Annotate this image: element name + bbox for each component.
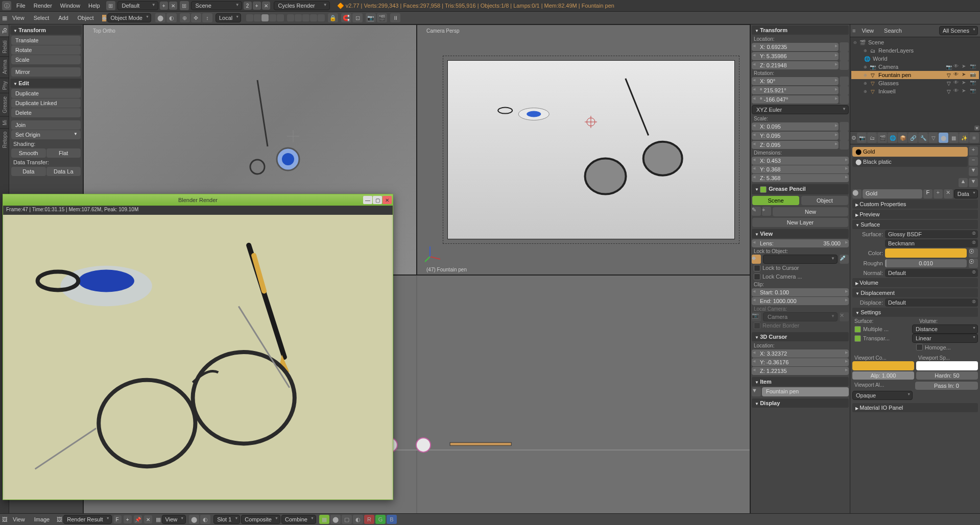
render-window-titlebar[interactable]: Blender Render — ▢ ✕	[3, 194, 393, 206]
preview-header[interactable]: Preview	[852, 210, 978, 219]
view-mode-dropdown[interactable]: View	[162, 515, 186, 524]
eyedropper-icon[interactable]: 💉	[840, 255, 849, 264]
screen-layout-dropdown[interactable]: Default	[117, 1, 158, 10]
menu-render[interactable]: Render	[30, 3, 56, 9]
image-pin-button[interactable]: 📌	[134, 515, 142, 523]
display-channel-icon[interactable]: ⬤	[189, 515, 199, 524]
uv-icon[interactable]: ▦	[156, 516, 161, 523]
transform-panel-header[interactable]: Transform	[10, 26, 82, 35]
data-layout-button[interactable]: Data La	[46, 167, 81, 176]
mode-dropdown[interactable]: Object Mode	[107, 13, 151, 22]
lock-cursor-checkbox[interactable]	[754, 265, 760, 271]
pass-dropdown[interactable]: Combine	[281, 515, 316, 524]
render-result-image[interactable]	[3, 215, 393, 499]
material-slot-black[interactable]: ⬤ Black platic	[852, 157, 968, 167]
distribution-dropdown[interactable]: Beckmann	[885, 239, 978, 247]
join-button[interactable]: Join	[11, 120, 81, 130]
tree-fountain-pen[interactable]: ⊕▽Fountain pen▽👁➤📷	[851, 71, 979, 79]
menu-help[interactable]: Help	[84, 3, 104, 9]
tab-physics[interactable]: Phy	[0, 78, 9, 93]
displacement-header[interactable]: Displacement	[852, 288, 978, 297]
gp-object-button[interactable]: Object	[801, 196, 848, 205]
layer-button[interactable]	[269, 14, 276, 21]
layer-button[interactable]	[318, 14, 325, 21]
scene-add-button[interactable]: +	[253, 2, 261, 10]
rotate-button[interactable]: Rotate	[11, 45, 81, 55]
pass-index-field[interactable]: Pass In: 0	[915, 382, 978, 390]
transparent-shadows-checkbox[interactable]	[854, 335, 861, 342]
dim-z-field[interactable]: Z: 5.368	[752, 174, 849, 182]
surface-shader-dropdown[interactable]: Glossy BSDF	[885, 230, 978, 238]
material-name-field[interactable]: Gold	[863, 189, 922, 198]
render-opengl-anim-icon[interactable]: 🎬	[377, 13, 387, 22]
rotation-y-field[interactable]: ° 215.921°	[752, 86, 839, 94]
snap-type-icon[interactable]: ⊡	[352, 13, 363, 22]
dim-y-field[interactable]: Y: 0.368	[752, 165, 849, 173]
maximize-button[interactable]: ▢	[373, 196, 382, 204]
scale-y-field[interactable]: Y: 0.095	[752, 132, 839, 140]
layer-button[interactable]	[310, 14, 317, 21]
viewport-camera-persp[interactable]: Camera Persp (47) Fou	[417, 24, 750, 275]
rotation-z-field[interactable]: ° -166.047°	[752, 95, 839, 104]
tab-misc[interactable]: Mi	[0, 116, 9, 129]
move-down-button[interactable]: ▼	[969, 178, 978, 187]
move-up-button[interactable]: ▲	[959, 178, 968, 187]
tab-tools[interactable]: To	[0, 24, 9, 37]
viewport-color-swatch[interactable]	[852, 361, 914, 370]
material-menu-button[interactable]: ▼	[969, 167, 978, 176]
outliner-view-menu[interactable]: View	[857, 28, 878, 34]
gp-scene-button[interactable]: Scene	[752, 196, 799, 205]
lock-icon[interactable]	[840, 52, 849, 61]
add-new-button[interactable]: +	[934, 189, 943, 198]
layer-button[interactable]	[254, 14, 261, 21]
manipulator-icon[interactable]: ✥	[191, 13, 201, 22]
alpha-slider[interactable]: Alp: 1.000	[852, 371, 914, 380]
editor-type-icon[interactable]: ▦	[2, 15, 7, 21]
object-menu[interactable]: Object	[74, 15, 98, 21]
scroll-down-icon[interactable]: ▼	[974, 126, 979, 131]
pivot-icon[interactable]: ⊕	[180, 13, 190, 22]
add-material-button[interactable]: +	[969, 146, 978, 156]
image-menu[interactable]: Image	[30, 516, 54, 522]
gp-add-icon[interactable]: +	[762, 207, 771, 216]
cursor-y-field[interactable]: Y: -0.36176	[752, 358, 849, 366]
edit-panel-header[interactable]: Edit	[10, 79, 82, 88]
shading-material-icon[interactable]: ◐	[166, 13, 177, 22]
tree-inkwell[interactable]: ⊕▽Inkwell▽👁➤📷	[851, 87, 979, 95]
blend-mode-dropdown[interactable]: Opaque	[852, 391, 913, 400]
tab-world[interactable]: 🌐	[888, 133, 897, 143]
tab-particles[interactable]: ✨	[959, 133, 969, 143]
layer-dropdown[interactable]: Composite	[241, 515, 280, 524]
surface-header[interactable]: Surface	[852, 220, 978, 229]
layer-button[interactable]	[277, 14, 284, 21]
grease-pencil-header[interactable]: Grease Pencil	[752, 184, 849, 194]
tab-modifiers[interactable]: 🔧	[918, 133, 928, 143]
scale-button[interactable]: Scale	[11, 55, 81, 64]
normal-dropdown[interactable]: Default	[885, 269, 978, 277]
channel-b-icon[interactable]: B	[387, 515, 397, 524]
mirror-button[interactable]: Mirror	[11, 67, 81, 77]
duplicate-linked-button[interactable]: Duplicate Linked	[11, 98, 81, 108]
fake-user-button[interactable]: F	[923, 189, 933, 198]
view-header[interactable]: View	[752, 229, 849, 238]
clip-start-field[interactable]: Start: 0.100	[752, 288, 849, 296]
smooth-button[interactable]: Smooth	[11, 148, 46, 158]
select-menu[interactable]: Select	[30, 15, 54, 21]
flat-button[interactable]: Flat	[46, 148, 81, 158]
slot-dropdown[interactable]: Slot 1	[213, 515, 240, 524]
close-button[interactable]: ✕	[383, 196, 392, 204]
channel-r-icon[interactable]: R	[364, 515, 374, 524]
add-menu[interactable]: Add	[54, 15, 73, 21]
render-opengl-icon[interactable]: 📷	[366, 13, 376, 22]
layer-button[interactable]	[287, 14, 294, 21]
channel-g-icon[interactable]: G	[375, 515, 386, 524]
scale-x-field[interactable]: X: 0.095	[752, 122, 839, 131]
tab-material[interactable]: ⬤	[939, 133, 948, 143]
image-browse-icon[interactable]: 🖼	[57, 516, 62, 522]
image-unlink-button[interactable]: ✕	[144, 515, 152, 523]
shading-solid-icon[interactable]: ⬤	[155, 13, 165, 22]
location-z-field[interactable]: Z: 0.21948	[752, 61, 839, 69]
gp-brush-icon[interactable]: ✎	[752, 207, 761, 216]
tree-camera[interactable]: ⊕📷Camera📷👁➤📷	[851, 63, 979, 71]
image-dropdown[interactable]: Render Result	[63, 515, 111, 524]
